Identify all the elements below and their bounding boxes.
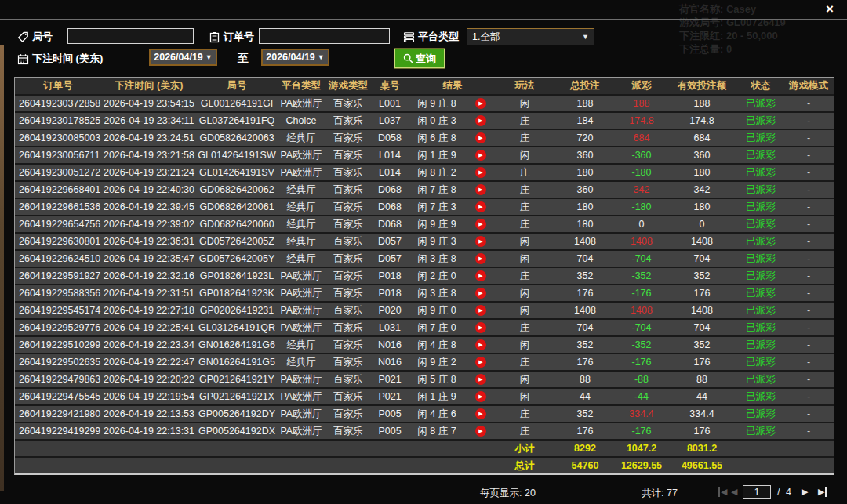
date-to-dropdown[interactable]: 2026/04/19 ▼ [261, 49, 329, 66]
cell-platform-type: PA欧洲厅 [277, 267, 325, 285]
play-video-icon[interactable]: ▶ [475, 236, 486, 247]
cell-game-mode: - [783, 302, 834, 319]
cell-game-mode: - [783, 371, 834, 388]
cell-platform-type: PA欧洲厅 [277, 405, 325, 422]
last-page-icon[interactable]: ▶ [818, 487, 827, 497]
cell-payout: 0 [617, 216, 666, 233]
cell-bet-time: 2026-04-19 22:22:47 [101, 354, 197, 371]
cell-bet-time: 2026-04-19 23:21:58 [101, 147, 197, 164]
cell-total-bet: 180 [553, 198, 617, 216]
cell-game-mode: - [783, 250, 834, 267]
cell-platform-type: PA欧洲厅 [277, 388, 325, 405]
cell-payout: 188 [617, 95, 666, 112]
table-row: 2604192295451742026-04-19 22:27:18GP0202… [15, 302, 834, 319]
cell-game-type: 百家乐 [325, 147, 371, 164]
play-video-icon[interactable]: ▶ [475, 150, 486, 161]
play-video-icon[interactable]: ▶ [475, 253, 486, 264]
cell-result: 闲 3 庄 8 [409, 250, 465, 267]
play-video-icon[interactable]: ▶ [475, 288, 486, 299]
play-video-icon[interactable]: ▶ [475, 167, 486, 178]
table-row: 2604192295297762026-04-19 22:25:41GL0312… [15, 319, 834, 336]
cell-result: 闲 6 庄 8 [409, 129, 465, 147]
play-video-icon[interactable]: ▶ [475, 339, 486, 350]
play-video-icon[interactable]: ▶ [475, 98, 486, 109]
cell-table-no: L001 [371, 95, 409, 112]
cell-status: 已派彩 [738, 216, 783, 233]
grand-total-payout: 12629.55 [617, 457, 666, 473]
cell-game-mode: - [783, 129, 834, 147]
play-video-icon[interactable]: ▶ [475, 305, 486, 316]
cell-game-type: 百家乐 [325, 302, 371, 319]
cell-status: 已派彩 [738, 388, 783, 405]
cell-bet-time: 2026-04-19 22:40:30 [101, 181, 197, 198]
cell-valid-bet: 684 [666, 129, 738, 147]
cell-bet-time: 2026-04-19 22:25:41 [101, 319, 197, 336]
page-number-input[interactable] [743, 485, 771, 499]
round-id-input[interactable] [67, 28, 194, 44]
play-video-icon[interactable]: ▶ [475, 201, 486, 212]
cell-result: 闲 9 庄 0 [409, 302, 465, 319]
cell-status: 已派彩 [738, 198, 783, 216]
play-video-icon[interactable]: ▶ [475, 374, 486, 385]
order-id-input[interactable] [259, 28, 390, 44]
grand-total-label: 总计 [496, 457, 553, 473]
total-count-label: 共计: 77 [642, 487, 678, 500]
table-row: 2604192295026352026-04-19 22:22:47GN0162… [15, 354, 834, 371]
bet-time-label: 下注时间 (美东) [17, 52, 103, 66]
cell-bet-time: 2026-04-19 22:36:31 [101, 233, 197, 250]
cell-total-bet: 704 [553, 250, 617, 267]
cell-valid-bet: 352 [666, 267, 738, 285]
cell-total-bet: 184 [553, 112, 617, 129]
cell-bet-time: 2026-04-19 22:35:47 [101, 250, 197, 267]
prev-page-icon[interactable]: ◀ [731, 487, 737, 497]
cell-payout: 342 [617, 181, 666, 198]
next-page-icon[interactable]: ▶ [802, 487, 808, 497]
cell-status: 已派彩 [738, 285, 783, 302]
play-video-icon[interactable]: ▶ [475, 132, 486, 143]
cell-valid-bet: 176 [666, 422, 738, 440]
play-video-icon[interactable]: ▶ [475, 357, 486, 368]
cell-total-bet: 360 [553, 147, 617, 164]
play-video-icon[interactable]: ▶ [475, 115, 486, 126]
play-video-icon[interactable]: ▶ [475, 391, 486, 402]
first-page-icon[interactable]: ◀ [718, 487, 727, 497]
cell-payout: -176 [617, 354, 666, 371]
play-video-icon[interactable]: ▶ [475, 426, 486, 437]
subtotal-label: 小计 [496, 440, 553, 457]
titlebar-divider [0, 19, 847, 20]
table-row: 2604192301785252026-04-19 23:34:11GL0372… [15, 112, 834, 129]
cell-table-no: P018 [371, 285, 409, 302]
bet-records-window: 荷官名称: Casey游戏局号: GL00726419下注限红: 20 - 50… [0, 0, 847, 504]
cell-payout: -352 [617, 336, 666, 354]
table-row: 2604192295919272026-04-19 22:32:16GP0182… [15, 267, 834, 285]
cell-total-bet: 1408 [553, 233, 617, 250]
play-video-icon[interactable]: ▶ [475, 270, 486, 281]
cell-bet-side: 闲 [496, 371, 553, 388]
header-order-id: 订单号 [15, 78, 101, 95]
cell-bet-time: 2026-04-19 22:13:31 [101, 422, 197, 440]
cell-total-bet: 88 [553, 371, 617, 388]
cell-game-type: 百家乐 [325, 216, 371, 233]
cell-platform-type: PA欧洲厅 [277, 319, 325, 336]
pagination-bar: 每页显示: 20 共计: 77 ◀ ◀ / 4 ▶ ▶ [0, 484, 847, 504]
play-video-icon[interactable]: ▶ [475, 322, 486, 333]
cell-result: 闲 9 庄 8 [409, 95, 465, 112]
close-icon[interactable]: × [820, 1, 839, 18]
play-video-icon[interactable]: ▶ [475, 408, 486, 419]
cell-platform-type: 经典厅 [277, 354, 325, 371]
cell-play: ▶ [465, 198, 496, 216]
cell-payout: -44 [617, 388, 666, 405]
play-video-icon[interactable]: ▶ [475, 219, 486, 230]
cell-valid-bet: 88 [666, 371, 738, 388]
cell-order-id: 260419229624510 [15, 250, 101, 267]
cell-round-id: GL001264191GI [197, 95, 277, 112]
platform-type-select[interactable]: 1.全部 ▼ [467, 28, 594, 45]
play-video-icon[interactable]: ▶ [475, 184, 486, 195]
cell-table-no: N016 [371, 336, 409, 354]
date-from-dropdown[interactable]: 2026/04/19 ▼ [149, 49, 217, 66]
cell-bet-time: 2026-04-19 22:31:51 [101, 285, 197, 302]
cell-valid-bet: 1408 [666, 302, 738, 319]
search-button[interactable]: 查询 [394, 49, 445, 68]
cell-valid-bet: 1408 [666, 233, 738, 250]
cell-order-id: 260419229421980 [15, 405, 101, 422]
